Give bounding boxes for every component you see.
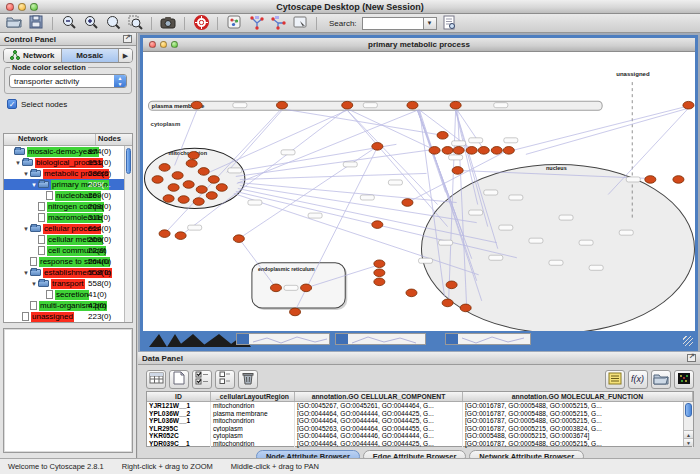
network-node[interactable] <box>208 176 219 184</box>
minimized-network-2[interactable] <box>335 333 426 345</box>
search-options-button[interactable] <box>439 15 459 32</box>
network-node[interactable] <box>168 184 179 192</box>
network-node[interactable] <box>406 289 417 297</box>
network-node[interactable] <box>374 269 385 277</box>
network-node[interactable] <box>466 147 477 155</box>
network-node[interactable] <box>233 235 244 243</box>
tree-item-response-to-stimulu[interactable]: response to stimulu264(0) <box>4 256 124 267</box>
column-header-3[interactable]: annotation.GO MOLECULAR_FUNCTION <box>463 392 693 401</box>
tree-item-nucleobase-[interactable]: nucleobase-209(0) <box>4 190 124 201</box>
tree-item-metabolic-process[interactable]: ▼metabolic process280(0) <box>4 168 124 179</box>
network-node[interactable] <box>178 196 189 204</box>
network-node[interactable] <box>372 221 383 229</box>
expand-arrow-icon[interactable]: ▼ <box>22 270 30 276</box>
expand-arrow-icon[interactable]: ▼ <box>14 160 22 166</box>
tree-item-unassigned[interactable]: unassigned223(0) <box>4 311 124 322</box>
network-node[interactable] <box>270 284 281 292</box>
network-node[interactable] <box>188 152 199 160</box>
network-node[interactable] <box>460 304 471 312</box>
resize-grip[interactable] <box>683 336 693 346</box>
column-header-1[interactable]: _cellularLayoutRegion <box>211 392 295 401</box>
save-button[interactable] <box>26 15 46 32</box>
minimized-network-1[interactable] <box>236 333 330 345</box>
tree-item-cellular-metabo[interactable]: cellular metabo209(0) <box>4 234 124 245</box>
table-row[interactable]: YKR052Ccytoplasm[GO:0044464, GO:0044446,… <box>147 432 693 440</box>
network-node[interactable] <box>206 192 217 200</box>
network-node[interactable] <box>159 164 170 172</box>
network-node[interactable] <box>402 199 413 207</box>
tree-item-macromolecule[interactable]: macromolecule311(0) <box>4 212 124 223</box>
network-node[interactable] <box>193 198 204 206</box>
attribute-table-button[interactable] <box>146 370 166 389</box>
tab-overflow-arrow[interactable]: ▶ <box>119 49 132 62</box>
tree-item-multi-organism-pro[interactable]: multi-organism pro42(0) <box>4 300 124 311</box>
network-node[interactable] <box>503 147 514 155</box>
zoom-in-button[interactable] <box>81 15 101 32</box>
network-node[interactable] <box>159 230 170 238</box>
tab-mosaic[interactable]: Mosaic <box>62 49 120 62</box>
expand-arrow-icon[interactable]: ▼ <box>22 226 30 232</box>
table-row[interactable]: YLR295Ccytoplasm[GO:0045263, GO:0044464,… <box>147 425 693 433</box>
tree-item-mosaic-demo-yeast[interactable]: mosaic-demo-yeast874(0) <box>4 146 124 157</box>
tree-item-nitrogen-compo[interactable]: nitrogen compo209(0) <box>4 201 124 212</box>
table-row[interactable]: YPL036W__1mitochondrion[GO:0044464, GO:0… <box>147 417 693 425</box>
network-node[interactable] <box>163 195 174 203</box>
network-canvas[interactable]: plasma membranecytoplasmmitochondrionnuc… <box>143 52 695 331</box>
float-panel-icon[interactable] <box>123 35 132 43</box>
birds-eye-view[interactable] <box>3 328 133 453</box>
network-node[interactable] <box>276 101 287 109</box>
unselect-attributes-button[interactable] <box>215 370 235 389</box>
network-node[interactable] <box>152 176 163 184</box>
tree-col-network[interactable]: Network <box>4 134 96 145</box>
table-row[interactable]: YJR121W__1mitochondrion[GO:0045267, GO:0… <box>147 402 693 410</box>
attribute-matrix-button[interactable] <box>674 370 694 389</box>
select-attributes-button[interactable] <box>192 370 212 389</box>
network-node[interactable] <box>183 181 194 189</box>
tab-network[interactable]: Network <box>4 49 62 62</box>
network-node[interactable] <box>342 101 353 109</box>
network-node[interactable] <box>216 184 227 192</box>
help-lifering-button[interactable] <box>191 15 211 32</box>
network-node[interactable] <box>186 160 197 168</box>
tree-item-secretion[interactable]: secretion41(0) <box>4 289 124 300</box>
network-node[interactable] <box>172 172 183 180</box>
network-node[interactable] <box>196 186 207 194</box>
minimized-network-3[interactable] <box>445 333 531 345</box>
network-node[interactable] <box>191 101 202 109</box>
zoom-out-button[interactable] <box>59 15 79 32</box>
node-color-dropdown[interactable]: transporter activity ▲▼ <box>9 74 127 88</box>
network-node[interactable] <box>452 167 463 175</box>
network-node[interactable] <box>442 299 453 307</box>
expand-arrow-icon[interactable]: ▼ <box>30 182 38 188</box>
network-node[interactable] <box>446 281 457 289</box>
annotation-button[interactable] <box>290 15 310 32</box>
select-nodes-checkbox[interactable]: ✓ <box>7 99 17 109</box>
network-node[interactable] <box>453 147 464 155</box>
network-window-titlebar[interactable]: primary metabolic process <box>143 38 695 52</box>
scroll-down-button[interactable]: ▼ <box>684 438 693 446</box>
expand-arrow-icon[interactable]: ▼ <box>22 171 30 177</box>
network-node[interactable] <box>301 284 312 292</box>
tree-item-cell-communicat[interactable]: cell communicat22(0) <box>4 245 124 256</box>
search-input[interactable] <box>362 17 424 30</box>
network-node[interactable] <box>429 147 440 155</box>
tree-col-nodes[interactable]: Nodes <box>96 134 132 145</box>
network-node[interactable] <box>372 143 383 151</box>
tree-item-overview[interactable]: Overview8(0) <box>4 322 124 323</box>
network-node[interactable] <box>374 260 385 268</box>
tree-scrollbar[interactable] <box>124 146 132 322</box>
zoom-selected-button[interactable] <box>125 15 145 32</box>
network-node[interactable] <box>198 168 209 176</box>
tree-item-establishment-of-lo[interactable]: ▼establishment of lo558(0) <box>4 267 124 278</box>
layout-b-button[interactable] <box>268 15 288 32</box>
network-node[interactable] <box>374 278 385 286</box>
network-node[interactable] <box>673 176 684 184</box>
search-dropdown-button[interactable]: ▼ <box>424 17 437 30</box>
import-attributes-button[interactable] <box>651 370 671 389</box>
network-node[interactable] <box>645 176 656 184</box>
tree-item-primary-metabo[interactable]: ▼primary metabo209(... <box>4 179 124 190</box>
zoom-fit-button[interactable] <box>103 15 123 32</box>
table-scrollbar-thumb[interactable] <box>685 403 692 417</box>
table-scrollbar[interactable]: ▲ ▼ <box>683 402 693 446</box>
vizmapper-button[interactable] <box>224 15 244 32</box>
